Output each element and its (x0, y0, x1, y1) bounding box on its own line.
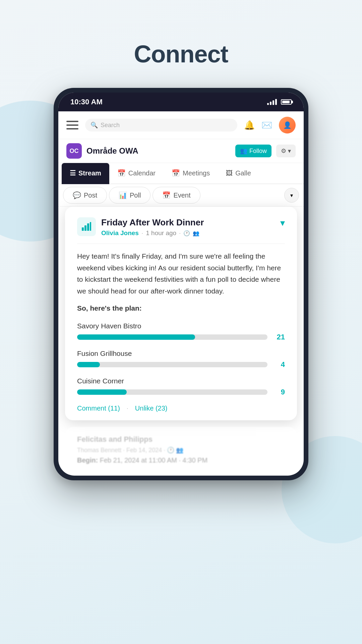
poll-option-1[interactable]: Savory Haven Bistro 21 (77, 322, 285, 341)
poll-bar-fill-1 (77, 334, 195, 340)
message-icon[interactable]: ✉️ (261, 120, 272, 130)
group-name-area: OC Område OWA (66, 143, 138, 159)
tab-meetings[interactable]: 📅 Meetings (164, 163, 218, 184)
event-icon: 📅 (162, 191, 171, 199)
second-card-meta: Thomas Bennett · Feb 14, 2024 · 🕐 👥 (77, 446, 285, 454)
follow-button[interactable]: 👥 Follow (235, 145, 272, 157)
second-card-title: Felicitas and Philipps (77, 435, 285, 444)
gallery-icon: 🖼 (226, 169, 233, 177)
post-time: 1 hour ago (146, 229, 176, 237)
status-bar-right (267, 99, 292, 105)
poll-bar-track-1 (77, 334, 267, 340)
nav-tabs: ☰ Stream 📅 Calendar 📅 Meetings 🖼 Galle (58, 163, 304, 184)
svg-rect-2 (87, 223, 89, 231)
group-icon-meta: 👥 (193, 230, 199, 236)
gear-icon: ⚙ ▾ (281, 148, 291, 154)
post-icon: 💬 (73, 191, 81, 199)
poll-count-1: 21 (273, 333, 285, 341)
sub-tabs: 💬 Post 📊 Poll 📅 Event ▾ (58, 184, 304, 207)
svg-rect-1 (84, 225, 86, 231)
search-bar[interactable]: 🔍 Search (85, 119, 237, 131)
page-title: Connect (134, 40, 228, 68)
poll-icon: 📊 (119, 191, 127, 199)
poll-bar-row-2: 4 (77, 360, 285, 369)
tab-stream[interactable]: ☰ Stream (62, 163, 109, 184)
poll-option-2-label: Fusion Grillhouse (77, 350, 285, 358)
poll-bar-row-1: 21 (77, 333, 285, 341)
post-author: Olivia Jones (101, 229, 139, 237)
notification-icon[interactable]: 🔔 (244, 120, 255, 130)
post-body-plan: So, here's the plan: (77, 303, 285, 314)
post-header-left: Friday After Work Dinner Olivia Jones · … (77, 217, 204, 237)
meetings-icon: 📅 (172, 169, 180, 177)
second-card-author: Thomas Bennett (77, 447, 121, 453)
unlike-button[interactable]: Unlike (23) (135, 405, 168, 412)
search-placeholder: Search (101, 122, 120, 129)
second-card-date-created: Feb 14, 2024 (126, 447, 162, 453)
post-body: Hey team! It's finally Friday, and I'm s… (77, 251, 285, 314)
group-name: Område OWA (86, 146, 138, 156)
poll-bar-row-3: 9 (77, 388, 285, 396)
group-bar: OC Område OWA 👥 Follow ⚙ ▾ (58, 139, 304, 163)
comment-button[interactable]: Comment (11) (77, 405, 120, 412)
poll-option-1-label: Savory Haven Bistro (77, 322, 285, 330)
clock-icon: 🕐 (183, 230, 190, 236)
poll-count-2: 4 (273, 360, 285, 369)
phone-frame: 10:30 AM 🔍 Sea (54, 88, 308, 480)
signal-icon (267, 99, 277, 105)
phone-screen: 10:30 AM 🔍 Sea (58, 93, 304, 476)
post-type-icon (77, 217, 96, 236)
follow-icon: 👥 (240, 147, 247, 155)
calendar-icon: 📅 (117, 169, 126, 177)
poll-option-2[interactable]: Fusion Grillhouse 4 (77, 350, 285, 369)
tab-calendar[interactable]: 📅 Calendar (109, 163, 164, 184)
second-card-event-date: Begin: Feb 21, 2024 at 11:00 AM · 4:30 P… (77, 457, 285, 464)
second-card: Felicitas and Philipps Thomas Bennett · … (65, 427, 297, 472)
post-title-area: Friday After Work Dinner Olivia Jones · … (101, 217, 204, 237)
poll-bar-track-2 (77, 362, 267, 367)
more-dropdown-button[interactable]: ▾ (284, 188, 299, 203)
header-icons: 🔔 ✉️ 👤 (244, 117, 296, 133)
group-icon: OC (66, 143, 82, 159)
post-body-text: Hey team! It's finally Friday, and I'm s… (77, 252, 281, 295)
poll-count-3: 9 (273, 388, 285, 396)
post-title: Friday After Work Dinner (101, 217, 204, 228)
second-card-event-label: Begin: (77, 457, 98, 464)
post-actions: Comment (11) · Unlike (23) (77, 405, 285, 412)
stream-icon: ☰ (70, 169, 76, 177)
expand-chevron[interactable]: ▾ (280, 217, 285, 228)
app-header: 🔍 Search 🔔 ✉️ 👤 (58, 111, 304, 139)
status-bar: 10:30 AM (58, 93, 304, 111)
poll-option-3-label: Cuisine Corner (77, 377, 285, 385)
post-meta: Olivia Jones · 1 hour ago · 🕐 👥 (101, 229, 204, 237)
subtab-post[interactable]: 💬 Post (63, 187, 107, 204)
status-bar-time: 10:30 AM (70, 98, 103, 106)
svg-rect-0 (82, 227, 84, 231)
poll-option-3[interactable]: Cuisine Corner 9 (77, 377, 285, 396)
group-actions: 👥 Follow ⚙ ▾ (235, 145, 296, 157)
search-icon: 🔍 (90, 121, 98, 129)
post-divider (77, 244, 285, 244)
post-card: Friday After Work Dinner Olivia Jones · … (65, 207, 297, 420)
hamburger-menu[interactable] (66, 121, 78, 129)
subtab-poll[interactable]: 📊 Poll (109, 187, 150, 204)
user-avatar[interactable]: 👤 (279, 117, 296, 133)
tab-gallery[interactable]: 🖼 Galle (218, 163, 259, 184)
poll-bar-fill-2 (77, 362, 100, 367)
svg-rect-3 (90, 222, 91, 231)
poll-bar-track-3 (77, 389, 267, 395)
subtab-event[interactable]: 📅 Event (153, 187, 200, 204)
poll-bar-fill-3 (77, 389, 127, 395)
settings-button[interactable]: ⚙ ▾ (276, 145, 296, 157)
post-header: Friday After Work Dinner Olivia Jones · … (77, 217, 285, 237)
battery-icon (281, 99, 292, 105)
